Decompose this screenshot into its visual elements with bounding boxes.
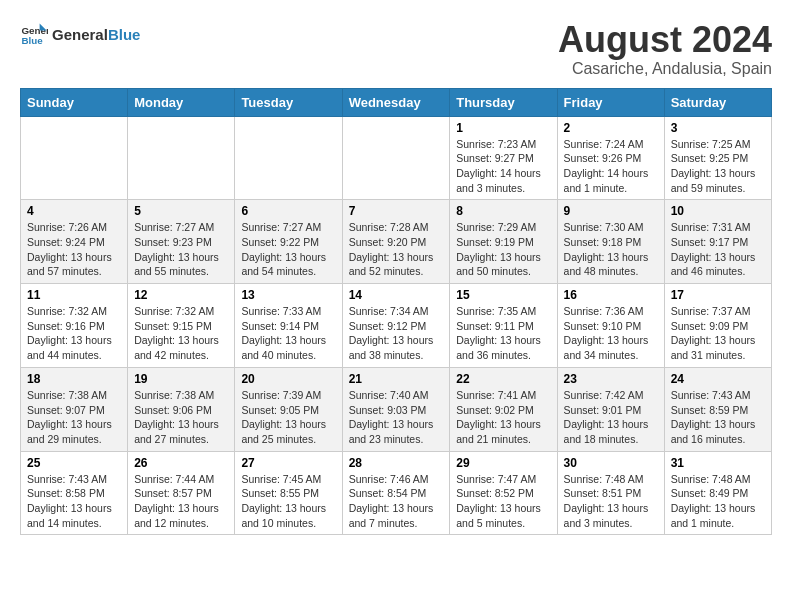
day-info: Sunrise: 7:47 AM Sunset: 8:52 PM Dayligh… xyxy=(456,473,541,529)
day-number: 31 xyxy=(671,456,765,470)
day-number: 14 xyxy=(349,288,444,302)
day-info: Sunrise: 7:24 AM Sunset: 9:26 PM Dayligh… xyxy=(564,138,649,194)
calendar-cell: 17Sunrise: 7:37 AM Sunset: 9:09 PM Dayli… xyxy=(664,284,771,368)
calendar-cell: 5Sunrise: 7:27 AM Sunset: 9:23 PM Daylig… xyxy=(128,200,235,284)
day-number: 15 xyxy=(456,288,550,302)
day-number: 7 xyxy=(349,204,444,218)
calendar-cell: 15Sunrise: 7:35 AM Sunset: 9:11 PM Dayli… xyxy=(450,284,557,368)
subtitle: Casariche, Andalusia, Spain xyxy=(558,60,772,78)
day-info: Sunrise: 7:33 AM Sunset: 9:14 PM Dayligh… xyxy=(241,305,326,361)
day-info: Sunrise: 7:43 AM Sunset: 8:58 PM Dayligh… xyxy=(27,473,112,529)
calendar-cell: 1Sunrise: 7:23 AM Sunset: 9:27 PM Daylig… xyxy=(450,116,557,200)
day-info: Sunrise: 7:28 AM Sunset: 9:20 PM Dayligh… xyxy=(349,221,434,277)
calendar-cell: 24Sunrise: 7:43 AM Sunset: 8:59 PM Dayli… xyxy=(664,367,771,451)
calendar-cell: 28Sunrise: 7:46 AM Sunset: 8:54 PM Dayli… xyxy=(342,451,450,535)
day-info: Sunrise: 7:34 AM Sunset: 9:12 PM Dayligh… xyxy=(349,305,434,361)
day-info: Sunrise: 7:42 AM Sunset: 9:01 PM Dayligh… xyxy=(564,389,649,445)
day-number: 10 xyxy=(671,204,765,218)
calendar-cell: 16Sunrise: 7:36 AM Sunset: 9:10 PM Dayli… xyxy=(557,284,664,368)
main-title: August 2024 xyxy=(558,20,772,60)
day-info: Sunrise: 7:35 AM Sunset: 9:11 PM Dayligh… xyxy=(456,305,541,361)
title-block: August 2024 Casariche, Andalusia, Spain xyxy=(558,20,772,78)
day-info: Sunrise: 7:38 AM Sunset: 9:06 PM Dayligh… xyxy=(134,389,219,445)
calendar-cell: 31Sunrise: 7:48 AM Sunset: 8:49 PM Dayli… xyxy=(664,451,771,535)
calendar-cell: 7Sunrise: 7:28 AM Sunset: 9:20 PM Daylig… xyxy=(342,200,450,284)
calendar-week-2: 4Sunrise: 7:26 AM Sunset: 9:24 PM Daylig… xyxy=(21,200,772,284)
day-number: 20 xyxy=(241,372,335,386)
day-info: Sunrise: 7:27 AM Sunset: 9:22 PM Dayligh… xyxy=(241,221,326,277)
day-info: Sunrise: 7:32 AM Sunset: 9:15 PM Dayligh… xyxy=(134,305,219,361)
day-number: 13 xyxy=(241,288,335,302)
day-info: Sunrise: 7:40 AM Sunset: 9:03 PM Dayligh… xyxy=(349,389,434,445)
day-number: 23 xyxy=(564,372,658,386)
day-info: Sunrise: 7:48 AM Sunset: 8:51 PM Dayligh… xyxy=(564,473,649,529)
day-number: 27 xyxy=(241,456,335,470)
day-number: 9 xyxy=(564,204,658,218)
day-number: 26 xyxy=(134,456,228,470)
day-number: 24 xyxy=(671,372,765,386)
day-info: Sunrise: 7:30 AM Sunset: 9:18 PM Dayligh… xyxy=(564,221,649,277)
day-info: Sunrise: 7:31 AM Sunset: 9:17 PM Dayligh… xyxy=(671,221,756,277)
day-number: 29 xyxy=(456,456,550,470)
day-info: Sunrise: 7:38 AM Sunset: 9:07 PM Dayligh… xyxy=(27,389,112,445)
calendar-cell: 12Sunrise: 7:32 AM Sunset: 9:15 PM Dayli… xyxy=(128,284,235,368)
header-sunday: Sunday xyxy=(21,88,128,116)
calendar-cell: 19Sunrise: 7:38 AM Sunset: 9:06 PM Dayli… xyxy=(128,367,235,451)
generalblue-logo-icon: General Blue xyxy=(20,20,48,48)
calendar-week-4: 18Sunrise: 7:38 AM Sunset: 9:07 PM Dayli… xyxy=(21,367,772,451)
day-number: 12 xyxy=(134,288,228,302)
header-monday: Monday xyxy=(128,88,235,116)
day-info: Sunrise: 7:27 AM Sunset: 9:23 PM Dayligh… xyxy=(134,221,219,277)
day-info: Sunrise: 7:39 AM Sunset: 9:05 PM Dayligh… xyxy=(241,389,326,445)
calendar-week-1: 1Sunrise: 7:23 AM Sunset: 9:27 PM Daylig… xyxy=(21,116,772,200)
day-info: Sunrise: 7:43 AM Sunset: 8:59 PM Dayligh… xyxy=(671,389,756,445)
day-number: 1 xyxy=(456,121,550,135)
day-number: 18 xyxy=(27,372,121,386)
calendar-cell: 2Sunrise: 7:24 AM Sunset: 9:26 PM Daylig… xyxy=(557,116,664,200)
day-info: Sunrise: 7:29 AM Sunset: 9:19 PM Dayligh… xyxy=(456,221,541,277)
day-info: Sunrise: 7:26 AM Sunset: 9:24 PM Dayligh… xyxy=(27,221,112,277)
day-number: 25 xyxy=(27,456,121,470)
day-number: 3 xyxy=(671,121,765,135)
day-info: Sunrise: 7:37 AM Sunset: 9:09 PM Dayligh… xyxy=(671,305,756,361)
calendar-cell: 11Sunrise: 7:32 AM Sunset: 9:16 PM Dayli… xyxy=(21,284,128,368)
day-number: 19 xyxy=(134,372,228,386)
header-thursday: Thursday xyxy=(450,88,557,116)
logo-text: GeneralBlue xyxy=(52,26,140,43)
calendar-cell: 25Sunrise: 7:43 AM Sunset: 8:58 PM Dayli… xyxy=(21,451,128,535)
day-number: 22 xyxy=(456,372,550,386)
header-friday: Friday xyxy=(557,88,664,116)
calendar-cell: 4Sunrise: 7:26 AM Sunset: 9:24 PM Daylig… xyxy=(21,200,128,284)
day-info: Sunrise: 7:48 AM Sunset: 8:49 PM Dayligh… xyxy=(671,473,756,529)
calendar-cell: 14Sunrise: 7:34 AM Sunset: 9:12 PM Dayli… xyxy=(342,284,450,368)
day-info: Sunrise: 7:25 AM Sunset: 9:25 PM Dayligh… xyxy=(671,138,756,194)
day-info: Sunrise: 7:46 AM Sunset: 8:54 PM Dayligh… xyxy=(349,473,434,529)
day-number: 8 xyxy=(456,204,550,218)
calendar-cell: 27Sunrise: 7:45 AM Sunset: 8:55 PM Dayli… xyxy=(235,451,342,535)
calendar-cell: 23Sunrise: 7:42 AM Sunset: 9:01 PM Dayli… xyxy=(557,367,664,451)
day-number: 17 xyxy=(671,288,765,302)
calendar-cell xyxy=(235,116,342,200)
day-info: Sunrise: 7:41 AM Sunset: 9:02 PM Dayligh… xyxy=(456,389,541,445)
calendar-cell: 9Sunrise: 7:30 AM Sunset: 9:18 PM Daylig… xyxy=(557,200,664,284)
day-info: Sunrise: 7:23 AM Sunset: 9:27 PM Dayligh… xyxy=(456,138,541,194)
header-wednesday: Wednesday xyxy=(342,88,450,116)
day-info: Sunrise: 7:36 AM Sunset: 9:10 PM Dayligh… xyxy=(564,305,649,361)
calendar-cell: 10Sunrise: 7:31 AM Sunset: 9:17 PM Dayli… xyxy=(664,200,771,284)
day-info: Sunrise: 7:32 AM Sunset: 9:16 PM Dayligh… xyxy=(27,305,112,361)
day-number: 21 xyxy=(349,372,444,386)
calendar-cell: 30Sunrise: 7:48 AM Sunset: 8:51 PM Dayli… xyxy=(557,451,664,535)
calendar-cell: 6Sunrise: 7:27 AM Sunset: 9:22 PM Daylig… xyxy=(235,200,342,284)
day-number: 16 xyxy=(564,288,658,302)
calendar-header-row: SundayMondayTuesdayWednesdayThursdayFrid… xyxy=(21,88,772,116)
day-number: 2 xyxy=(564,121,658,135)
page-header: General Blue GeneralBlue August 2024 Cas… xyxy=(20,20,772,78)
calendar-cell: 22Sunrise: 7:41 AM Sunset: 9:02 PM Dayli… xyxy=(450,367,557,451)
calendar-week-5: 25Sunrise: 7:43 AM Sunset: 8:58 PM Dayli… xyxy=(21,451,772,535)
calendar-cell xyxy=(21,116,128,200)
calendar-cell: 3Sunrise: 7:25 AM Sunset: 9:25 PM Daylig… xyxy=(664,116,771,200)
day-number: 30 xyxy=(564,456,658,470)
svg-text:Blue: Blue xyxy=(21,35,43,46)
header-saturday: Saturday xyxy=(664,88,771,116)
day-number: 11 xyxy=(27,288,121,302)
